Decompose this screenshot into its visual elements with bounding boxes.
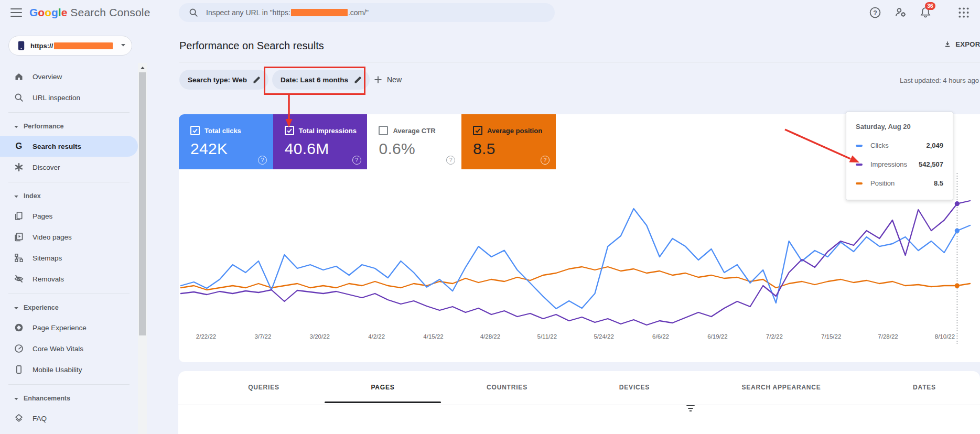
metric-card-label: Average position [487,127,542,135]
help-circle-icon[interactable]: ? [446,156,455,165]
tooltip-row-value: 8.5 [934,179,943,187]
sidebar-section-experience[interactable]: Experience [0,298,138,317]
sidebar-section-label: Experience [24,304,59,311]
svg-text:G: G [16,141,23,150]
filter-chip-search-type[interactable]: Search type: Web [179,70,268,90]
series-line-position [181,267,970,290]
sidebar-item-pages[interactable]: Pages [0,205,138,226]
table-filter-icon[interactable] [685,403,696,414]
google-logo-letter: o [38,6,45,18]
sidebar-item-mobile-usability[interactable]: Mobile Usability [0,359,138,380]
x-axis-label: 7/28/22 [878,333,898,340]
apps-grid-icon[interactable] [957,6,970,19]
tab-dates[interactable]: DATES [913,384,936,391]
help-circle-icon[interactable]: ? [352,156,361,165]
sidebar-divider [8,112,130,113]
sidebar-section-enhancements[interactable]: Enhancements [0,389,138,408]
sidebar-item-removals[interactable]: Removals [0,268,138,289]
sidebar-item-label: Core Web Vitals [33,345,83,353]
new-filter-label: New [387,75,402,84]
app-logo: Google Search Console [29,0,150,25]
sidebar-section-performance[interactable]: Performance [0,117,138,136]
search-icon [188,7,199,18]
mobile-usability-icon [14,364,24,375]
metric-card-label: Average CTR [393,127,435,135]
new-filter-button[interactable]: New [373,70,402,90]
page-experience-icon [14,322,24,333]
sidebar-item-url-inspection[interactable]: URL inspection [0,87,138,108]
faq-icon [14,413,24,424]
x-axis-label: 6/19/22 [707,333,727,340]
help-circle-icon[interactable]: ? [258,156,267,165]
search-icon [14,92,24,103]
checkbox-checked-icon[interactable] [473,126,482,135]
metric-card-value: 242K [190,140,273,158]
tooltip-row-value: 542,507 [919,160,943,168]
sidebar-divider [8,384,130,385]
checkbox-unchecked-icon[interactable] [379,126,388,135]
tab-countries[interactable]: COUNTRIES [487,384,527,391]
metric-card-total-clicks[interactable]: Total clicks242K? [179,114,273,169]
sidebar-item-overview[interactable]: Overview [0,66,138,87]
sidebar-item-page-experience[interactable]: Page Experience [0,317,138,338]
x-axis-label: 4/2/22 [368,333,385,340]
caret-down-icon [14,193,19,199]
sidebar-item-core-web-vitals[interactable]: Core Web Vitals [0,338,138,359]
discover-icon [14,162,24,172]
sidebar-item-faq[interactable]: FAQ [0,408,138,429]
pencil-icon [252,75,261,84]
x-axis-label: 3/20/22 [310,333,330,340]
tooltip-row-position: Position8.5 [856,179,943,187]
sidebar-item-video-pages[interactable]: Video pages [0,226,138,247]
account-settings-icon[interactable] [895,6,907,19]
top-app-bar: Google Search Console Inspect any URL in… [0,0,980,25]
tab-devices[interactable]: DEVICES [619,384,650,391]
tooltip-row-clicks: Clicks2,049 [856,142,943,149]
sidebar-item-label: Video pages [33,233,72,241]
hover-point-clicks [955,229,960,233]
url-inspect-search-input[interactable]: Inspect any URL in "https: .com/" [179,3,555,22]
metric-card-label: Total impressions [299,127,357,135]
redacted-property [54,42,113,49]
sidebar-item-label: Overview [33,73,62,81]
tab-pages[interactable]: PAGES [371,384,394,391]
scrollbar-thumb[interactable] [139,72,146,335]
checkbox-checked-icon[interactable] [285,126,294,135]
pages-icon [14,211,24,221]
menu-icon[interactable] [10,8,22,17]
metric-card-total-impressions[interactable]: Total impressions40.6M? [273,114,368,169]
sidebar-item-search-results[interactable]: GSearch results [0,136,138,157]
sidebar-item-sitemaps[interactable]: Sitemaps [0,247,138,268]
series-dash-icon [856,164,863,166]
scrollbar-up-icon[interactable] [138,63,147,72]
metric-card-average-ctr[interactable]: Average CTR0.6%? [367,114,461,169]
metric-card-average-position[interactable]: Average position8.5? [461,114,556,169]
sidebar-section-label: Index [24,192,41,200]
sidebar-item-label: Mobile Usability [33,366,82,374]
sidebar-item-discover[interactable]: Discover [0,157,138,178]
metric-card-value: 0.6% [379,140,461,158]
dimension-tabs-panel [178,371,980,434]
google-logo-letter: o [45,6,51,18]
property-selector[interactable]: https:// [8,36,132,56]
tab-search-appearance[interactable]: SEARCH APPEARANCE [741,384,821,391]
chevron-down-icon [120,41,126,50]
sidebar-divider [8,294,130,294]
tooltip-date: Saturday, Aug 20 [856,123,943,131]
sidebar-section-label: Performance [24,123,63,130]
help-icon[interactable]: ? [869,6,881,19]
product-name: Search Console [70,6,150,19]
export-label: EXPORT [955,40,980,48]
export-button[interactable]: EXPORT [944,38,980,50]
sidebar-item-label: FAQ [33,415,47,422]
checkbox-checked-icon[interactable] [190,126,200,135]
sidebar-section-label: Enhancements [24,395,70,402]
sidebar-nav: OverviewURL inspectionPerformanceGSearch… [0,66,138,429]
help-circle-icon[interactable]: ? [541,156,550,165]
sidebar-section-index[interactable]: Index [0,187,138,205]
sitemaps-icon [14,253,24,263]
google-g-icon: G [14,141,24,151]
tab-queries[interactable]: QUERIES [248,384,279,391]
x-axis-label: 7/15/22 [821,333,841,340]
tooltip-row-label: Impressions [870,160,907,168]
